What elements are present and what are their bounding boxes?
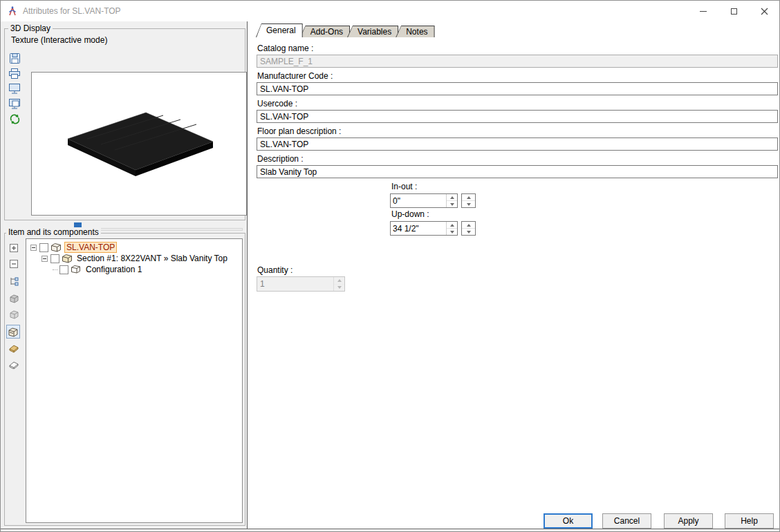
display-group-label: 3D Display [8,23,53,33]
description-input[interactable] [257,165,778,178]
quantity-input [257,277,333,291]
configuration-checkbox[interactable] [59,265,68,274]
quantity-field [257,276,345,292]
collapse-all-button[interactable] [7,257,21,271]
print-icon [8,68,21,79]
tree-connector [53,269,58,270]
expand-all-button[interactable] [7,241,21,255]
spin-up-button[interactable] [447,222,457,228]
tree-configuration-label[interactable]: Configuration 1 [84,265,143,274]
slab-icon [8,361,19,369]
help-button[interactable]: Help [725,513,774,529]
in-out-secondary-spinner [461,193,476,208]
up-down-input[interactable] [391,222,446,235]
arrow-up-icon [450,224,454,227]
print-button[interactable] [8,66,21,80]
spin-up-button [334,277,344,284]
maximize-button[interactable] [718,1,750,21]
cancel-button[interactable]: Cancel [602,513,651,529]
manufacturer-code-label: Manufacturer Code : [257,71,333,81]
title-bar: Attributes for SL.VAN-TOP [1,1,779,21]
slab-tool-button[interactable] [7,358,21,372]
item-checkbox[interactable] [39,243,48,252]
tab-variables[interactable]: Variables [347,26,398,37]
tree-row-item[interactable]: SL.VAN-TOP [30,242,117,253]
minimize-button[interactable] [687,1,718,21]
floor-plan-description-input[interactable] [257,137,778,151]
arrow-down-icon [467,203,471,206]
quantity-spinner [333,277,344,291]
tree-row-section[interactable]: Section #1: 8X22VANT » Slab Vanity Top [41,253,229,264]
refresh-icon [9,113,21,125]
close-button[interactable] [749,1,780,21]
spin-up-button[interactable] [462,194,475,200]
part-tool-2-button[interactable] [7,308,21,322]
components-tree: SL.VAN-TOP Section #1: 8X22VANT » Slab V… [26,238,243,523]
manufacturer-code-input[interactable] [257,82,778,95]
part-tool-1-button[interactable] [7,292,21,305]
spin-down-button[interactable] [462,228,475,235]
tree-structure-icon [9,276,19,287]
up-down-secondary-spinner [461,221,476,236]
arrow-up-icon [337,279,342,282]
vanity-top-3d-model [32,73,246,215]
texture-mode-label: Texture (Interactive mode) [11,35,107,45]
display-window-icon [8,98,21,110]
catalog-name-input [257,55,778,68]
maximize-icon [731,8,737,15]
arrow-down-icon [450,231,454,234]
tab-add-ons[interactable]: Add-Ons [300,26,350,37]
spin-down-button[interactable] [447,200,457,207]
save-icon [9,53,21,64]
usercode-input[interactable] [257,110,778,123]
spin-up-button[interactable] [447,194,457,200]
spin-down-button[interactable] [462,200,475,207]
tree-row-configuration[interactable]: Configuration 1 [53,264,143,275]
tab-bar: General Add-Ons Variables Notes [256,23,435,37]
collapse-all-icon [9,259,19,269]
close-icon [761,8,768,15]
expand-all-icon [9,243,19,253]
components-group-label: Item and its components [6,227,101,237]
in-out-field [390,193,458,208]
tree-item-label[interactable]: SL.VAN-TOP [64,242,117,253]
minimize-icon [700,11,707,12]
tab-notes[interactable]: Notes [396,26,434,37]
tree-structure-button[interactable] [7,274,21,288]
tree-section-label[interactable]: Section #1: 8X22VANT » Slab Vanity Top [75,254,229,263]
app-icon [7,6,18,17]
3d-preview[interactable] [31,72,247,216]
corner-piece-button[interactable] [7,341,21,355]
cabinet-icon [8,327,19,337]
in-out-spinner [446,194,457,207]
up-down-field [390,221,458,236]
section-checkbox[interactable] [50,254,59,263]
collapse-node-icon[interactable] [41,256,48,262]
display-group: Texture (Interactive mode) [4,28,245,220]
configuration-item-icon [71,265,82,274]
display-mode-button[interactable] [8,82,21,95]
up-down-label: Up-down : [391,209,429,219]
catalog-name-label: Catalog name : [257,44,313,53]
collapse-node-icon[interactable] [30,245,37,251]
spin-down-button[interactable] [447,228,457,235]
tab-general[interactable]: General [256,23,303,37]
save-button[interactable] [8,51,21,65]
section-item-icon [62,254,73,263]
in-out-input[interactable] [391,194,446,207]
arrow-up-icon [467,196,471,199]
quantity-label: Quantity : [257,265,292,275]
in-out-label: In-out : [391,182,417,191]
up-down-spinner [446,222,457,235]
refresh-button[interactable] [8,112,21,126]
display-window-button[interactable] [8,97,21,111]
content-bottom-edge [1,529,780,529]
description-label: Description : [257,154,304,164]
ok-button[interactable]: Ok [544,513,593,529]
spin-up-button[interactable] [462,222,475,228]
cabinet-tool-button[interactable] [6,325,20,339]
apply-button[interactable]: Apply [664,513,713,529]
display-icon [8,83,21,95]
usercode-label: Usercode : [257,99,297,108]
corner-piece-icon [8,343,19,353]
